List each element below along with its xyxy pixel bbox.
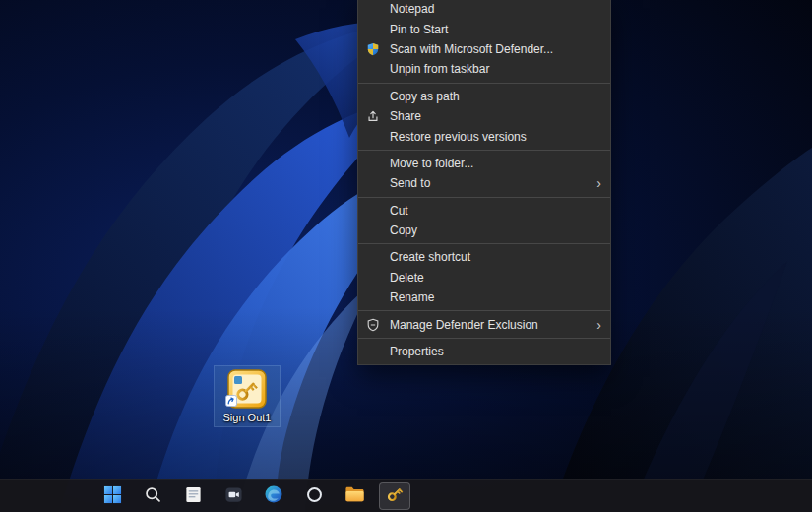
menu-separator xyxy=(358,197,610,198)
defender-exclusion-icon xyxy=(366,318,390,332)
context-menu: Notepad Pin to Start Scan with Mi xyxy=(357,0,611,365)
menu-item-rename[interactable]: Rename xyxy=(358,288,610,307)
taskbar xyxy=(0,479,812,512)
menu-separator xyxy=(358,310,610,311)
edge-icon xyxy=(264,484,283,507)
circle-ring-icon xyxy=(305,485,324,507)
menu-item-scan-with-defender[interactable]: Scan with Microsoft Defender... xyxy=(358,39,610,59)
menu-item-delete[interactable]: Delete xyxy=(358,268,610,288)
chat-app-button[interactable] xyxy=(218,482,249,510)
menu-item-label: Cut xyxy=(390,204,601,218)
menu-item-label: Restore previous versions xyxy=(390,130,601,144)
menu-separator xyxy=(358,150,610,151)
menu-item-label: Properties xyxy=(390,345,601,358)
key-icon xyxy=(227,369,267,409)
menu-item-restore-previous-versions[interactable]: Restore previous versions xyxy=(358,126,610,146)
menu-item-share[interactable]: Share xyxy=(358,106,610,126)
folder-icon xyxy=(344,485,365,506)
menu-item-label: Manage Defender Exclusion xyxy=(390,318,589,332)
menu-item-manage-defender-exclusion[interactable]: Manage Defender Exclusion › xyxy=(358,314,610,334)
menu-item-label: Copy as path xyxy=(390,90,601,103)
chevron-right-icon: › xyxy=(596,318,601,332)
menu-item-label: Scan with Microsoft Defender... xyxy=(390,42,601,56)
ring-app-button[interactable] xyxy=(298,482,330,510)
menu-item-label: Unpin from taskbar xyxy=(390,62,601,76)
menu-item-properties[interactable]: Properties xyxy=(358,342,610,361)
menu-item-label: Move to folder... xyxy=(390,157,601,170)
menu-item-label: Rename xyxy=(390,290,601,304)
menu-separator xyxy=(358,83,610,84)
menu-item-pin-to-start[interactable]: Pin to Start xyxy=(358,19,610,38)
edge-browser-button[interactable] xyxy=(258,482,289,510)
key-icon xyxy=(385,484,405,507)
menu-item-label: Share xyxy=(390,109,601,123)
shortcut-arrow-icon xyxy=(225,393,237,411)
notepad-app-button[interactable] xyxy=(177,482,209,510)
file-explorer-button[interactable] xyxy=(339,482,370,510)
desktop-screen: Sign Out1 Notepad Pin to Start xyxy=(0,0,812,512)
desktop-shortcut-label: Sign Out1 xyxy=(223,412,272,424)
menu-item-unpin-from-taskbar[interactable]: Unpin from taskbar xyxy=(358,59,610,79)
menu-item-label: Copy xyxy=(390,224,601,237)
menu-item-send-to[interactable]: Send to › xyxy=(358,173,610,193)
taskbar-icon-group xyxy=(96,482,410,510)
menu-item-label: Create shortcut xyxy=(390,250,601,264)
video-camera-icon xyxy=(224,485,243,507)
menu-item-create-shortcut[interactable]: Create shortcut xyxy=(358,247,610,267)
windows-start-icon xyxy=(103,485,122,507)
menu-item-move-to-folder[interactable]: Move to folder... xyxy=(358,154,610,173)
desktop-shortcut-sign-out[interactable]: Sign Out1 xyxy=(215,366,280,426)
menu-item-label: Pin to Start xyxy=(390,23,601,36)
menu-item-copy[interactable]: Copy xyxy=(358,221,610,240)
menu-item-cut[interactable]: Cut xyxy=(358,201,610,221)
menu-item-notepad[interactable]: Notepad xyxy=(358,0,610,19)
chevron-right-icon: › xyxy=(596,176,601,190)
notepad-icon xyxy=(184,485,203,507)
menu-item-label: Send to xyxy=(390,176,589,190)
menu-item-label: Notepad xyxy=(390,2,601,16)
start-button[interactable] xyxy=(96,482,128,510)
search-button[interactable] xyxy=(137,482,168,510)
menu-item-copy-as-path[interactable]: Copy as path xyxy=(358,87,610,106)
sign-out-key-app-button[interactable] xyxy=(379,482,410,510)
menu-separator xyxy=(358,243,610,244)
search-icon xyxy=(144,485,162,507)
menu-separator xyxy=(358,338,610,339)
share-icon xyxy=(366,109,390,123)
menu-item-label: Delete xyxy=(390,271,601,285)
defender-shield-icon xyxy=(366,42,390,56)
